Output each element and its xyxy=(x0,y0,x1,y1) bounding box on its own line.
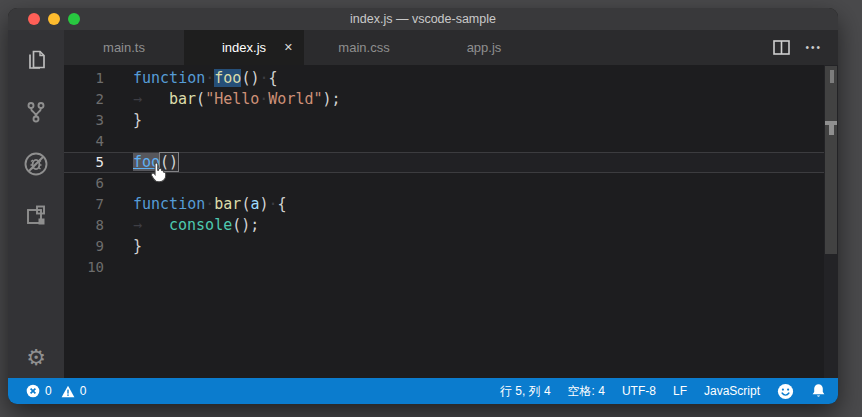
eol-status[interactable]: LF xyxy=(673,384,687,398)
mouse-cursor-hand-icon xyxy=(148,161,170,185)
vscode-window: index.js — vscode-sample xyxy=(8,8,838,404)
split-editor-icon[interactable] xyxy=(773,40,790,55)
code-token: } xyxy=(133,237,142,255)
code-token: ( xyxy=(196,90,205,108)
explorer-icon[interactable] xyxy=(8,34,64,86)
feedback-smiley-icon[interactable] xyxy=(777,383,794,400)
code-text: } xyxy=(104,110,142,131)
code-area: 1function·foo()·{2→bar("Hello·World");3}… xyxy=(64,68,824,278)
warning-count: 0 xyxy=(80,384,87,398)
code-token: foo xyxy=(214,69,241,87)
tab-main.css[interactable]: main.css xyxy=(304,30,424,65)
code-token: · xyxy=(268,195,277,213)
code-text: function·foo()·{ xyxy=(104,68,278,89)
code-text: function·bar(a)·{ xyxy=(104,194,287,215)
code-token: · xyxy=(259,90,268,108)
code-token: { xyxy=(268,69,277,87)
language-mode-status[interactable]: JavaScript xyxy=(704,384,760,398)
line-number[interactable]: 10 xyxy=(64,257,104,278)
code-line[interactable]: 10 xyxy=(64,257,824,278)
debug-icon[interactable] xyxy=(8,138,64,190)
tab-strip: main.tsindex.js✕main.cssapp.js xyxy=(64,30,544,65)
editor-scrollbar[interactable] xyxy=(824,65,838,378)
code-line[interactable]: 4 xyxy=(64,131,824,152)
code-token: → xyxy=(133,215,169,236)
problems-status[interactable]: 0 0 xyxy=(8,384,90,398)
code-text xyxy=(104,131,133,152)
notifications-bell-icon[interactable] xyxy=(811,383,826,399)
window-title: index.js — vscode-sample xyxy=(8,12,838,26)
overview-ruler-mark xyxy=(829,125,834,135)
tab-actions: ••• xyxy=(773,30,838,65)
zoom-window-button[interactable] xyxy=(68,13,80,25)
activity-bar: ⚙ xyxy=(8,30,64,378)
title-bar[interactable]: index.js — vscode-sample xyxy=(8,8,838,30)
code-text xyxy=(104,257,133,278)
tab-label: main.ts xyxy=(103,40,145,55)
code-token: bar xyxy=(214,195,241,213)
tab-label: app.js xyxy=(467,40,502,55)
editor-area[interactable]: 1function·foo()·{2→bar("Hello·World");3}… xyxy=(64,65,838,378)
tab-main.ts[interactable]: main.ts xyxy=(64,30,184,65)
line-number[interactable]: 7 xyxy=(64,194,104,215)
line-number[interactable]: 6 xyxy=(64,173,104,194)
code-text: } xyxy=(104,236,142,257)
close-tab-icon[interactable]: ✕ xyxy=(284,41,293,54)
code-token: function xyxy=(133,195,205,213)
error-count: 0 xyxy=(45,384,52,398)
line-number[interactable]: 4 xyxy=(64,131,104,152)
code-token: function xyxy=(133,69,205,87)
code-token: console xyxy=(169,216,232,234)
traffic-lights xyxy=(28,8,80,30)
code-token: () xyxy=(241,69,259,87)
status-bar: 0 0 行 5, 列 4 空格: 4 UTF-8 LF JavaScript xyxy=(8,378,838,404)
code-token: { xyxy=(278,195,287,213)
line-number[interactable]: 8 xyxy=(64,215,104,236)
code-token: (); xyxy=(232,216,259,234)
tab-app.js[interactable]: app.js xyxy=(424,30,544,65)
tab-bar: main.tsindex.js✕main.cssapp.js ••• xyxy=(64,30,838,65)
code-token: → xyxy=(133,89,169,110)
code-token: World" xyxy=(268,90,322,108)
code-token: ); xyxy=(323,90,341,108)
error-icon xyxy=(26,384,40,398)
code-line[interactable]: 8→console(); xyxy=(64,215,824,236)
overview-ruler-mark xyxy=(830,70,834,83)
code-line[interactable]: 7function·bar(a)·{ xyxy=(64,194,824,215)
warning-icon xyxy=(61,385,75,398)
more-actions-icon[interactable]: ••• xyxy=(805,42,822,53)
code-token: · xyxy=(205,195,214,213)
line-number[interactable]: 2 xyxy=(64,89,104,110)
line-number[interactable]: 1 xyxy=(64,68,104,89)
cursor-position-status[interactable]: 行 5, 列 4 xyxy=(500,383,551,400)
code-line[interactable]: 6 xyxy=(64,173,824,194)
code-token: bar xyxy=(169,90,196,108)
indentation-status[interactable]: 空格: 4 xyxy=(568,383,605,400)
code-token: } xyxy=(133,111,142,129)
code-line[interactable]: 1function·foo()·{ xyxy=(64,68,824,89)
code-token: "Hello xyxy=(205,90,259,108)
code-token: · xyxy=(205,69,214,87)
tab-index.js[interactable]: index.js✕ xyxy=(184,30,304,65)
close-window-button[interactable] xyxy=(28,13,40,25)
line-number[interactable]: 9 xyxy=(64,236,104,257)
code-line[interactable]: 9} xyxy=(64,236,824,257)
settings-gear-icon[interactable]: ⚙ xyxy=(8,338,64,378)
minimize-window-button[interactable] xyxy=(48,13,60,25)
scrollbar-slider[interactable] xyxy=(825,66,837,254)
code-text xyxy=(104,173,133,194)
tab-label: main.css xyxy=(338,40,389,55)
encoding-status[interactable]: UTF-8 xyxy=(622,384,656,398)
line-number[interactable]: 3 xyxy=(64,110,104,131)
extensions-icon[interactable] xyxy=(8,190,64,242)
code-line[interactable]: 2→bar("Hello·World"); xyxy=(64,89,824,110)
code-text: →bar("Hello·World"); xyxy=(104,89,341,110)
code-line[interactable]: 5foo() xyxy=(64,152,824,173)
code-text: →console(); xyxy=(104,215,259,236)
code-line[interactable]: 3} xyxy=(64,110,824,131)
tab-label: index.js xyxy=(222,40,266,55)
line-number[interactable]: 5 xyxy=(64,153,104,172)
source-control-icon[interactable] xyxy=(8,86,64,138)
